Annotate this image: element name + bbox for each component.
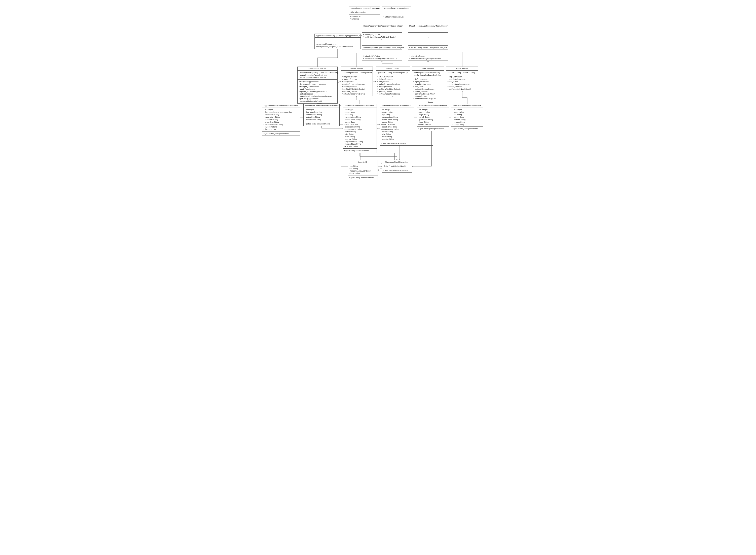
class-title: WebConfig:WebMvcConfigurer bbox=[382, 6, 411, 10]
class-attribute: - nameMother: String bbox=[381, 116, 412, 118]
connector bbox=[360, 153, 397, 160]
class-title: DoctorController bbox=[341, 67, 372, 71]
connector bbox=[338, 81, 341, 83]
class-attributes: - id: Integer- name: String- cpf: String… bbox=[343, 108, 376, 148]
class-doctor: Doctor:MaturidadeNivel3Richardson- id: I… bbox=[343, 104, 377, 153]
class-attribute: - doctorName: String bbox=[305, 119, 338, 121]
class-attribute: - country: String bbox=[381, 138, 412, 140]
class-attributes: - doctorRepository:IDoctorRepository bbox=[341, 71, 372, 75]
class-ipatientrepo: IPatientRepository:JpaRepository<Doctor,… bbox=[362, 45, 402, 61]
class-attribute: - id: Integer bbox=[305, 109, 338, 111]
class-attribute: - name: String bbox=[381, 111, 412, 114]
class-attributes: - teamRepository:ITeamRepository bbox=[446, 71, 478, 75]
class-operation: + returnById():Patient bbox=[363, 55, 401, 57]
class-attribute: - cpf: String bbox=[381, 114, 412, 116]
class-operation: + setMaturidadeNivel3():void bbox=[377, 93, 408, 95]
class-teamctrl: TeamController- teamRepository:ITeamRepo… bbox=[446, 67, 478, 91]
class-operation: + add():Appointment bbox=[299, 88, 336, 90]
class-operation: + returnById():Doctor bbox=[363, 33, 401, 36]
class-attribute: - userRepository:IUserRepository bbox=[413, 71, 443, 74]
class-operation: + setMaturidadeNivel3():void bbox=[342, 93, 371, 95]
class-attribute: - prescription: String bbox=[264, 116, 299, 118]
class-attribute: - birth: LocalDate bbox=[381, 123, 412, 126]
class-attributes: - id: Integer- date: LocalDateTime- pati… bbox=[304, 108, 340, 122]
class-attributes bbox=[362, 49, 402, 54]
class-operation: + setMaturidadeNivel3():void bbox=[299, 100, 336, 102]
class-operations: + list():List<User>+ login():List<User>+… bbox=[412, 77, 444, 101]
class-attributes: - id: Integer- name: String- cpf: String… bbox=[451, 108, 483, 127]
class-iuserrepo: IUserRepository:JpaRepository<User, Inte… bbox=[408, 45, 448, 61]
class-attribute: - login: String bbox=[418, 114, 448, 116]
class-attribute: - specialty: String bbox=[344, 145, 375, 147]
connector bbox=[428, 101, 433, 104]
class-operations: + gets e sets() encapsulamento bbox=[382, 168, 412, 172]
class-attribute: - cpf: String bbox=[453, 114, 482, 116]
class-appointment: Appointment:MaturidadeNivel3Richardson- … bbox=[262, 104, 300, 136]
class-userctrl: UserController- userRepository:IUserRepo… bbox=[412, 67, 444, 101]
class-operations: + returnById():User+ findByNameStartingW… bbox=[408, 54, 448, 60]
class-attributes bbox=[408, 49, 448, 54]
class-operation: + getStartWith():List<Doctor> bbox=[342, 88, 371, 90]
class-attribute: - city: String bbox=[344, 133, 375, 135]
class-attributes: - id: Integer- name: String- cpf: String… bbox=[380, 108, 414, 141]
class-title: MaturidadeNivel3Richardson bbox=[382, 160, 412, 164]
class-attribute: - image: String bbox=[453, 123, 482, 126]
class-attribute: - forwarding: String bbox=[264, 121, 299, 123]
class-operation: + run():void bbox=[350, 18, 379, 20]
class-attributes bbox=[362, 28, 402, 33]
class-operations: + main():void+ run():void bbox=[349, 14, 380, 21]
class-title: IDoctorRepository:JpaRepository<Doctor, … bbox=[362, 24, 402, 28]
class-attribute: - state: String bbox=[344, 135, 375, 138]
class-operation: + gets e sets() encapsulamento bbox=[383, 169, 410, 172]
class-operation: + update():Optional<User> bbox=[413, 88, 443, 90]
class-attribute: - doctor: Doctor bbox=[264, 128, 299, 130]
class-title: Doctor:MaturidadeNivel3Richardson bbox=[343, 104, 376, 108]
class-attribute: - name: String bbox=[418, 111, 448, 114]
class-operation: + update():Optional<Patient> bbox=[377, 83, 408, 85]
class-operations: + list():List<Doctor>+ findById():Doctor… bbox=[341, 75, 372, 96]
class-emrapp: EmrApplication:CommandLineRunner- jdbc:J… bbox=[349, 6, 380, 21]
class-operation: + gets e sets() encapsulamento bbox=[264, 132, 299, 135]
class-attribute: - linkedin: String bbox=[453, 119, 482, 121]
class-attribute: - github: String bbox=[453, 116, 482, 118]
class-operation: + delete():boolean bbox=[342, 85, 371, 88]
class-title: EmrApplication:CommandLineRunner bbox=[349, 6, 380, 10]
class-attributes bbox=[408, 28, 448, 33]
class-attribute: - nameMother: String bbox=[344, 116, 375, 118]
class-operation: + gets e sets() encapsulamento bbox=[305, 123, 338, 125]
class-operations: + gets e sets() encapsulamento bbox=[304, 122, 340, 126]
class-patientctrl: PatientController- patientRepository:IPa… bbox=[376, 67, 410, 96]
class-title: IAppointmentRepository:JpaRepository<App… bbox=[315, 34, 360, 38]
class-attribute: - cpf: String bbox=[344, 114, 375, 116]
class-attribute: - teamRepository:ITeamRepository bbox=[448, 71, 477, 74]
class-title: Appointment:MaturidadeNivel3Richardson bbox=[262, 104, 300, 108]
class-operation: + setMaturidadeNivel3():void bbox=[413, 97, 443, 100]
class-attribute: - links: ArrayList<ItemNivel3> bbox=[383, 165, 410, 167]
class-operation: + gets e sets() encapsulamento bbox=[453, 127, 482, 130]
class-title: User:MaturidadeNivel3Richardson bbox=[417, 104, 449, 108]
class-operations: + list():List<Patient>+ findById():Patie… bbox=[376, 75, 410, 96]
class-operation: + getPatientIdEquals():List<Appointment> bbox=[299, 95, 336, 97]
class-attribute: - state: String bbox=[381, 135, 412, 138]
class-attribute: - url: String bbox=[349, 167, 376, 170]
class-operations: + returnById():Patient+ findByNameStarti… bbox=[362, 54, 402, 60]
class-operations: + returnById():Appointment+ findByPatien… bbox=[315, 42, 360, 49]
class-operation: + getData():User bbox=[413, 95, 443, 97]
class-title: IPatientRepository:JpaRepository<Doctor,… bbox=[362, 46, 402, 49]
class-operation: + findById():Appointment bbox=[299, 85, 336, 88]
class-attribute: - id: Integer bbox=[264, 109, 299, 111]
class-matn3: MaturidadeNivel3Richardson- links: Array… bbox=[382, 160, 412, 173]
class-attribute: - streetName: String bbox=[381, 126, 412, 128]
class-operation: + getData():Doctor bbox=[342, 90, 371, 93]
class-attribute: - doctorController:DoctorController bbox=[299, 76, 336, 79]
class-attribute: - body: String bbox=[349, 172, 376, 175]
class-attribute: - jdbc:JdbcTemplate bbox=[350, 11, 379, 13]
class-operation: + findByNameStartingWith():List<Doctor> bbox=[363, 36, 401, 38]
class-title: PatientController bbox=[376, 67, 410, 71]
class-attribute: - genre: String bbox=[381, 121, 412, 123]
class-operations: + gets e sets() encapsulamento bbox=[451, 127, 483, 131]
class-attribute: - headers: ArrayList<String> bbox=[349, 170, 376, 172]
class-title: ITeamRepository:JpaRepository<Team, Inte… bbox=[408, 24, 448, 28]
class-operation: + setMaturidadeNivel3():void bbox=[448, 88, 477, 90]
class-itemn3: ItemNivel3- ref: String- url: String- he… bbox=[348, 160, 378, 180]
